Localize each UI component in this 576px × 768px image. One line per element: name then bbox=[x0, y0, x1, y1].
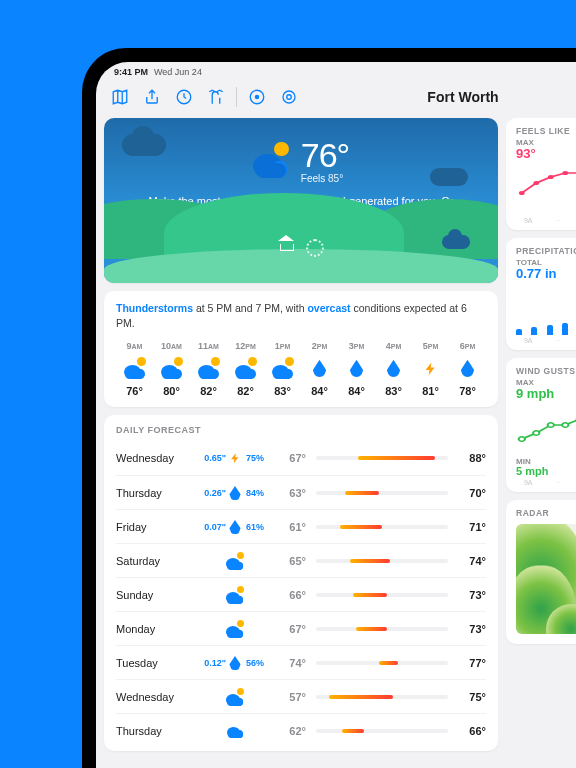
map-button[interactable] bbox=[106, 83, 134, 111]
ferris-wheel-icon bbox=[306, 239, 324, 257]
hourly-cell[interactable]: 2PM84° bbox=[301, 341, 338, 397]
svg-point-18 bbox=[519, 437, 525, 441]
min-value: 5 mph bbox=[516, 465, 576, 477]
high-temp: 88° bbox=[452, 452, 486, 464]
cloud-icon bbox=[226, 722, 244, 740]
radar-map[interactable]: GrahamBreckenridgeEastlandComanche bbox=[516, 524, 576, 634]
hourly-cell[interactable]: 5PM81° bbox=[412, 341, 449, 397]
hourly-cell[interactable]: 6PM78° bbox=[449, 341, 486, 397]
temp-range-bar bbox=[316, 456, 448, 460]
hour-label: 3PM bbox=[349, 341, 365, 351]
cloud-sun-icon bbox=[226, 586, 244, 604]
hour-label: 5PM bbox=[423, 341, 439, 351]
feels-like-card[interactable]: FEELS LIKE MAX 93° 9A·3P·9P· bbox=[506, 118, 576, 230]
high-temp: 71° bbox=[452, 521, 486, 533]
day-label: Saturday bbox=[116, 555, 190, 567]
hourly-cell[interactable]: 10AM80° bbox=[153, 341, 190, 397]
temp-range-bar bbox=[316, 593, 448, 597]
hour-label: 4PM bbox=[386, 341, 402, 351]
day-label: Sunday bbox=[116, 589, 190, 601]
high-temp: 75° bbox=[452, 691, 486, 703]
daily-row[interactable]: Friday0.07"61%61°71° bbox=[116, 509, 486, 543]
svg-point-4 bbox=[287, 95, 292, 100]
card-heading: WIND GUSTS bbox=[516, 366, 576, 376]
drop-icon bbox=[309, 357, 331, 379]
precip-bars bbox=[516, 285, 576, 335]
status-bar: 9:41 PM Wed Jun 24 bbox=[96, 62, 576, 80]
hour-temp: 82° bbox=[200, 385, 217, 397]
svg-point-19 bbox=[533, 431, 539, 435]
feels-like-sparkline bbox=[516, 165, 576, 215]
hourly-summary: Thunderstorms at 5 PM and 7 PM, with ove… bbox=[116, 301, 486, 331]
high-temp: 73° bbox=[452, 623, 486, 635]
daily-row[interactable]: Monday67°73° bbox=[116, 611, 486, 645]
precip-chance: 75% bbox=[246, 453, 278, 463]
hourly-card[interactable]: Thunderstorms at 5 PM and 7 PM, with ove… bbox=[104, 291, 498, 407]
history-button[interactable] bbox=[170, 83, 198, 111]
daily-row[interactable]: Thursday0.26"84%63°70° bbox=[116, 475, 486, 509]
max-value: 93° bbox=[516, 146, 576, 161]
routes-button[interactable] bbox=[202, 83, 230, 111]
bolt-icon bbox=[226, 449, 244, 467]
daily-row[interactable]: Wednesday0.65"75%67°88° bbox=[116, 441, 486, 475]
radar-source-button[interactable] bbox=[243, 83, 271, 111]
hourly-cell[interactable]: 4PM83° bbox=[375, 341, 412, 397]
hero-card[interactable]: 76° Feels 85° Make the most of this nice… bbox=[104, 118, 498, 283]
feels-like-label: Feels 85° bbox=[301, 173, 349, 184]
low-temp: 67° bbox=[278, 623, 312, 635]
bolt-icon bbox=[420, 357, 442, 379]
low-temp: 63° bbox=[278, 487, 312, 499]
cloud-sun-icon bbox=[124, 357, 146, 379]
precip-chance: 84% bbox=[246, 488, 278, 498]
daily-row[interactable]: Thursday62°66° bbox=[116, 713, 486, 747]
cloud-sun-icon bbox=[226, 552, 244, 570]
hourly-cell[interactable]: 11AM82° bbox=[190, 341, 227, 397]
toolbar: Fort Worth Search bbox=[96, 80, 576, 114]
daily-row[interactable]: Saturday65°74° bbox=[116, 543, 486, 577]
hour-temp: 76° bbox=[126, 385, 143, 397]
drop-icon bbox=[226, 484, 244, 502]
svg-point-6 bbox=[519, 191, 525, 195]
daily-row[interactable]: Tuesday0.12"56%74°77° bbox=[116, 645, 486, 679]
svg-point-9 bbox=[562, 171, 568, 175]
daily-card[interactable]: DAILY FORECAST Wednesday0.65"75%67°88°Th… bbox=[104, 415, 498, 751]
daily-row[interactable]: Wednesday57°75° bbox=[116, 679, 486, 713]
hour-label: 11AM bbox=[198, 341, 219, 351]
cloud-sun-icon bbox=[272, 357, 294, 379]
drop-icon bbox=[383, 357, 405, 379]
radar-card[interactable]: RADAR GrahamBreckenridgeEastlandComanche bbox=[506, 500, 576, 644]
svg-point-2 bbox=[255, 95, 260, 100]
temp-range-bar bbox=[316, 661, 448, 665]
svg-point-21 bbox=[562, 423, 568, 427]
location-title[interactable]: Fort Worth bbox=[307, 89, 576, 105]
hourly-cell[interactable]: 9AM76° bbox=[116, 341, 153, 397]
max-value: 9 mph bbox=[516, 386, 576, 401]
status-date: Wed Jun 24 bbox=[154, 67, 202, 77]
temp-range-bar bbox=[316, 695, 448, 699]
temp-range-bar bbox=[316, 525, 448, 529]
hourly-cell[interactable]: 12PM82° bbox=[227, 341, 264, 397]
toolbar-divider bbox=[236, 87, 237, 107]
cloud-sun-icon bbox=[198, 357, 220, 379]
precip-amount: 0.07" bbox=[190, 522, 226, 532]
cloud-sun-icon bbox=[226, 688, 244, 706]
day-label: Friday bbox=[116, 521, 190, 533]
hour-temp: 82° bbox=[237, 385, 254, 397]
precipitation-card[interactable]: PRECIPITATION TOTAL 0.77 in 9A·3P·9P· bbox=[506, 238, 576, 350]
svg-point-7 bbox=[533, 181, 539, 185]
precip-chance: 61% bbox=[246, 522, 278, 532]
low-temp: 67° bbox=[278, 452, 312, 464]
settings-button[interactable] bbox=[275, 83, 303, 111]
share-button[interactable] bbox=[138, 83, 166, 111]
cloud-sun-icon bbox=[161, 357, 183, 379]
wind-gusts-card[interactable]: WIND GUSTS MAX 9 mph MIN 5 mph 9A·3P·9P· bbox=[506, 358, 576, 492]
hut-icon bbox=[278, 239, 294, 251]
drop-icon bbox=[346, 357, 368, 379]
daily-row[interactable]: Sunday66°73° bbox=[116, 577, 486, 611]
precip-amount: 0.65" bbox=[190, 453, 226, 463]
hour-label: 6PM bbox=[460, 341, 476, 351]
hourly-cell[interactable]: 1PM83° bbox=[264, 341, 301, 397]
hourly-cell[interactable]: 3PM84° bbox=[338, 341, 375, 397]
hour-temp: 83° bbox=[385, 385, 402, 397]
hour-label: 2PM bbox=[312, 341, 328, 351]
